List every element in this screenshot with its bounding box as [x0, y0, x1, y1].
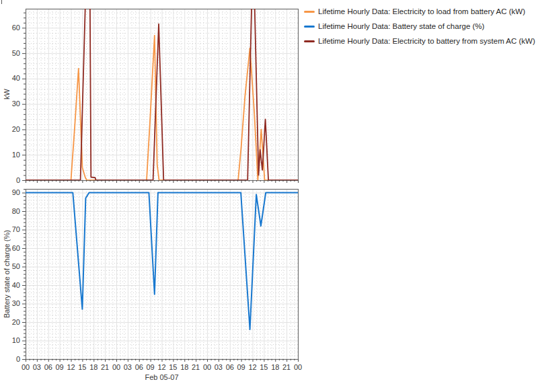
- legend-item: Lifetime Hourly Data: Electricity to bat…: [304, 34, 535, 48]
- x-tick-label: 15: [169, 363, 177, 371]
- x-tick-label: 00: [294, 363, 302, 371]
- y-tick-label: 80: [12, 207, 20, 215]
- y-axis-title-kw: kW: [1, 9, 12, 180]
- x-tick-label: 09: [237, 363, 245, 371]
- y-tick-label: 90: [12, 188, 20, 196]
- y-tick-label: 40: [12, 281, 20, 289]
- y-tick-label: 40: [12, 74, 20, 82]
- y-tick-label: 0: [16, 355, 20, 363]
- y-axis-title-soc: Battery state of charge (%): [1, 189, 12, 359]
- y-tick-label: 30: [12, 299, 20, 307]
- x-tick-label: 18: [89, 363, 98, 371]
- x-tick-label: 21: [192, 363, 200, 371]
- y-tick-label: 20: [12, 125, 20, 133]
- x-tick-label: 06: [226, 363, 234, 371]
- x-tick-label: 15: [260, 363, 268, 371]
- y-tick-label: 70: [12, 225, 20, 233]
- tick-labels: 0102030405060: [12, 24, 20, 184]
- y-tick-label: 50: [12, 262, 20, 270]
- x-tick-label: 18: [271, 363, 279, 371]
- x-axis-title-date: Feb 05-07: [26, 373, 298, 381]
- x-tick-label: 21: [282, 363, 291, 371]
- x-tick-label: 12: [157, 363, 165, 371]
- x-tick-label: 00: [203, 363, 211, 371]
- x-tick-label: 09: [147, 363, 155, 371]
- y-tick-label: 0: [16, 176, 20, 184]
- chart-0[interactable]: 0102030405060: [12, 0, 299, 184]
- legend-item: Lifetime Hourly Data: Battery state of c…: [304, 19, 535, 34]
- x-tick-label: 03: [215, 363, 223, 371]
- lifetime-hourly-data-panel: 0102030405060010203040506070809000030609…: [0, 0, 538, 392]
- y-tick-label: 20: [12, 318, 20, 326]
- x-tick-label: 09: [56, 363, 64, 371]
- y-tick-label: 50: [12, 49, 20, 57]
- y-tick-label: 60: [12, 244, 20, 252]
- chart-1[interactable]: 0102030405060708090000306091215182100030…: [12, 188, 302, 371]
- y-tick-label: 10: [12, 151, 20, 159]
- legend: Lifetime Hourly Data: Electricity to loa…: [304, 4, 535, 48]
- x-tick-label: 03: [33, 363, 41, 371]
- legend-swatch-icon: [304, 40, 315, 42]
- y-tick-label: 10: [12, 336, 20, 344]
- legend-label: Lifetime Hourly Data: Electricity to bat…: [318, 37, 535, 45]
- y-tick-label: 30: [12, 100, 20, 108]
- x-tick-label: 03: [124, 363, 132, 371]
- legend-item: Lifetime Hourly Data: Electricity to loa…: [304, 4, 535, 19]
- x-tick-label: 06: [135, 363, 143, 371]
- legend-swatch-icon: [304, 11, 315, 13]
- x-tick-label: 15: [78, 363, 86, 371]
- x-tick-label: 12: [248, 363, 256, 371]
- x-tick-label: 00: [22, 363, 30, 371]
- y-tick-label: 60: [12, 24, 20, 32]
- x-tick-label: 21: [101, 363, 109, 371]
- x-tick-label: 00: [112, 363, 120, 371]
- charts-canvas[interactable]: 0102030405060010203040506070809000030609…: [0, 0, 538, 392]
- legend-swatch-icon: [304, 26, 315, 28]
- legend-label: Lifetime Hourly Data: Electricity to loa…: [318, 7, 525, 15]
- x-tick-label: 18: [180, 363, 188, 371]
- x-tick-label: 12: [67, 363, 75, 371]
- legend-label: Lifetime Hourly Data: Battery state of c…: [318, 22, 484, 30]
- x-tick-label: 06: [44, 363, 52, 371]
